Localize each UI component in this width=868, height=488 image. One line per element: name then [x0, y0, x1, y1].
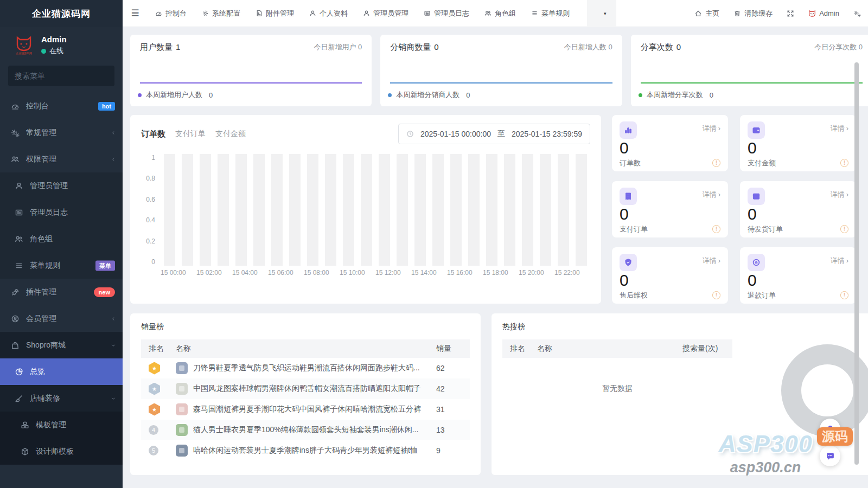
- detail-link[interactable]: 详情›: [703, 256, 720, 266]
- sidebar-item-auth[interactable]: 权限管理: [0, 146, 123, 172]
- navbar-tab-2[interactable]: 附件管理: [248, 0, 302, 27]
- sidebar-item-admin-log[interactable]: 管理员日志: [0, 199, 123, 226]
- chart-bar: [468, 154, 479, 266]
- navbar-tab-5[interactable]: 管理员日志: [416, 0, 477, 27]
- sidebar-item-label: 权限管理: [26, 155, 56, 164]
- x-tick: 15 18:00: [483, 269, 508, 277]
- chevron-down-icon: [111, 394, 116, 403]
- sidebar-item-console[interactable]: 控制台hot: [0, 93, 123, 119]
- trash-icon: [733, 10, 741, 17]
- stat-value: 0: [620, 271, 720, 290]
- sidebar-item-plugin[interactable]: 插件管理new: [0, 279, 123, 305]
- chart-tab-1[interactable]: 支付订单: [175, 129, 206, 139]
- main-area: ☰ 控制台系统配置附件管理个人资料管理员管理管理员日志角色组菜单规则 ≡ ▾ 主…: [123, 0, 868, 488]
- chart-bar: [540, 154, 551, 266]
- navbar-tab-1[interactable]: 系统配置: [194, 0, 248, 27]
- info-circle-icon[interactable]: !: [840, 159, 848, 167]
- navbar-tab-label: 菜单规则: [541, 9, 570, 18]
- stat-value: 0: [748, 205, 848, 224]
- chart-bar: [450, 154, 461, 266]
- settings-button[interactable]: [846, 0, 868, 27]
- x-tick: 15 14:00: [411, 269, 437, 277]
- overview-card-1: 分销商数量0 今日新增人数 0 本周新增分销商人数0: [380, 35, 622, 106]
- sidebar-item-overview[interactable]: 总览: [0, 358, 123, 385]
- week-value: 0: [466, 91, 470, 99]
- search-input[interactable]: [15, 72, 113, 80]
- chevron-down-icon: [111, 341, 116, 350]
- card-title: 分享次数: [641, 42, 673, 52]
- product-thumbnail: [176, 403, 188, 415]
- user-icon: [309, 10, 316, 17]
- online-status: 在线: [49, 46, 63, 56]
- x-tick: 15 02:00: [196, 269, 222, 277]
- date-end[interactable]: 2025-01-15 23:59:59: [512, 130, 582, 138]
- sidebar-item-shopro[interactable]: Shopro商城: [0, 332, 123, 358]
- users-icon: [11, 155, 20, 164]
- product-name: 嘻哈休闲运动套装男士夏季潮牌ins胖子大码青少年男装短裤短袖t恤: [193, 446, 418, 455]
- chart-tab-2[interactable]: 支付金额: [215, 129, 246, 139]
- bar-chart: 10.80.60.40.20 15 00:0015 02:0015 04:001…: [141, 154, 590, 282]
- home-button[interactable]: 主页: [687, 0, 726, 27]
- detail-link[interactable]: 详情›: [703, 124, 720, 133]
- sidebar-item-decorate[interactable]: 店铺装修: [0, 385, 123, 412]
- orders-row: 订单数支付订单支付金额 2025-01-15 00:00:00 至 2025-0…: [130, 115, 868, 304]
- navbar-tabs: 控制台系统配置附件管理个人资料管理员管理管理员日志角色组菜单规则: [148, 0, 577, 27]
- info-circle-icon[interactable]: !: [712, 225, 720, 233]
- sparkline: [641, 82, 863, 84]
- date-range-picker[interactable]: 2025-01-15 00:00:00 至 2025-01-15 23:59:5…: [398, 124, 590, 144]
- product-thumbnail: [176, 424, 188, 436]
- sidebar-item-template[interactable]: 模板管理: [0, 412, 123, 438]
- x-tick: 15 16:00: [447, 269, 473, 277]
- table-row: 4 猫人男士睡衣男夏季100%纯棉薄款圆领套头短袖套装男ins潮休闲... 13: [141, 420, 470, 440]
- navbar-tab-7[interactable]: 菜单规则: [524, 0, 577, 27]
- sidebar-item-role-group[interactable]: 角色组: [0, 226, 123, 252]
- stat-cards-grid: 详情› 0 订单数 ! 详情› 0 支付金额 ! 详情› 0 支付订单 ! 详情…: [612, 115, 856, 304]
- info-circle-icon[interactable]: !: [712, 159, 720, 167]
- sidebar-item-designer[interactable]: 设计师模板: [0, 438, 123, 465]
- sidebar-item-member[interactable]: 会员管理: [0, 305, 123, 332]
- date-start[interactable]: 2025-01-15 00:00:00: [420, 130, 491, 138]
- chevron-right-icon: ›: [718, 190, 720, 198]
- week-value: 0: [710, 91, 713, 99]
- info-circle-icon[interactable]: !: [712, 291, 720, 299]
- chevron-right-icon: ›: [846, 256, 848, 265]
- detail-link[interactable]: 详情›: [703, 190, 720, 200]
- cat-logo-icon: [15, 36, 33, 52]
- navbar-tab-3[interactable]: 个人资料: [302, 0, 355, 27]
- navbar-tab-6[interactable]: 角色组: [477, 0, 524, 27]
- stat-label: 待发货订单: [748, 224, 783, 234]
- sidebar-item-admin-manage[interactable]: 管理员管理: [0, 172, 123, 199]
- chart-bar: [218, 154, 228, 266]
- info-circle-icon[interactable]: !: [840, 291, 848, 299]
- chart-bar: [235, 154, 246, 266]
- chevron-right-icon: ›: [718, 124, 720, 132]
- vertical-scrollbar[interactable]: [854, 62, 859, 465]
- clear-cache-button[interactable]: 清除缓存: [726, 0, 780, 27]
- sidebar: 企业猫源码网 企业猫源码网 Admin 在线 控制台hot常规管理权限管理管理员…: [0, 0, 123, 488]
- gear-icon: [202, 10, 209, 17]
- detail-link[interactable]: 详情›: [831, 124, 848, 133]
- fullscreen-button[interactable]: [780, 0, 801, 27]
- sidebar-search[interactable]: [8, 66, 114, 86]
- today-value: 0: [358, 43, 362, 51]
- detail-link[interactable]: 详情›: [831, 256, 848, 266]
- user-menu[interactable]: Admin: [801, 0, 846, 27]
- chart-tab-0[interactable]: 订单数: [141, 129, 165, 139]
- sidebar-toggle-icon[interactable]: ☰: [123, 0, 148, 27]
- stat-label: 退款订单: [748, 291, 776, 300]
- gears-icon: [11, 129, 20, 137]
- info-circle-icon[interactable]: !: [840, 225, 848, 233]
- medal-gold-icon: ★: [149, 362, 160, 375]
- navbar-tab-4[interactable]: 管理员管理: [355, 0, 416, 27]
- detail-link[interactable]: 详情›: [831, 190, 848, 200]
- tabs-overflow-dropdown[interactable]: ≡ ▾: [587, 0, 616, 27]
- stat-card-3: 详情› 0 待发货订单 !: [740, 181, 856, 237]
- sales-count: 9: [434, 446, 470, 455]
- sidebar-item-menu-rule[interactable]: 菜单规则菜单: [0, 252, 123, 279]
- news-icon: [15, 208, 23, 217]
- navbar-tab-0[interactable]: 控制台: [148, 0, 194, 27]
- date-separator: 至: [497, 129, 505, 139]
- sidebar-item-label: 会员管理: [26, 314, 56, 324]
- sidebar-item-general[interactable]: 常规管理: [0, 119, 123, 146]
- bag-icon: [11, 341, 20, 350]
